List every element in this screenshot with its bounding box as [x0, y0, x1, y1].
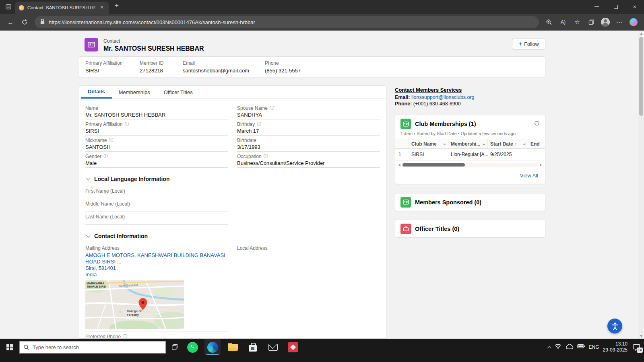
settings-ellipsis-icon[interactable]: …: [613, 16, 626, 28]
section-local-language[interactable]: Local Language Information: [85, 175, 380, 183]
back-icon[interactable]: ←: [4, 16, 17, 28]
clock-time: 13:10: [603, 341, 627, 347]
whatsapp-taskbar-icon[interactable]: [184, 339, 200, 355]
language-indicator[interactable]: ENG: [589, 344, 599, 350]
minimize-button[interactable]: [587, 0, 606, 14]
highlights-panel: Primary Affiliation SIRSI Member ID 2712…: [79, 56, 545, 77]
refresh-icon[interactable]: [18, 16, 31, 28]
tab-details[interactable]: Details: [81, 86, 112, 99]
file-explorer-taskbar-icon[interactable]: [225, 339, 241, 355]
address-bar[interactable]: https://lionsinternational.my.site.com/s…: [35, 16, 539, 28]
field-primary-affiliation: Primary Affiliationⓘ SIRSI: [85, 121, 228, 136]
view-all-link[interactable]: View All: [520, 173, 538, 179]
screen: Contact: SANTOSH SURESH HEBB... × + × ← …: [0, 0, 644, 362]
map-label: MARIKAMBA TEMPLE SIRSI: [87, 282, 116, 289]
column-start-date[interactable]: Start Date↑: [488, 139, 528, 148]
members-sponsored-title[interactable]: Members Sponsored (0): [415, 199, 540, 206]
read-aloud-icon[interactable]: A): [557, 16, 570, 28]
officer-titles-card[interactable]: Officer Titles (0): [395, 220, 545, 238]
info-icon[interactable]: ⓘ: [123, 334, 128, 339]
chevron-down-icon: [87, 234, 91, 238]
officer-titles-title[interactable]: Officer Titles (0): [415, 226, 540, 232]
column-membership[interactable]: Membershi...: [448, 139, 488, 148]
info-icon[interactable]: ⓘ: [109, 138, 114, 143]
wifi-icon[interactable]: [554, 343, 562, 351]
tab-officer-titles[interactable]: Officer Titles: [157, 86, 200, 99]
plus-icon: +: [519, 40, 522, 47]
windows-taskbar: ENG 13:10 29-09-2025 14: [0, 339, 644, 362]
search-input[interactable]: [33, 344, 149, 350]
column-club-name[interactable]: Club Name: [409, 139, 448, 148]
lock-icon[interactable]: [40, 19, 45, 26]
info-icon[interactable]: ⓘ: [270, 106, 275, 111]
mailing-address-line[interactable]: AMOGH E MOTORS, KANESHWARI BUILDING BANA…: [85, 252, 228, 265]
map-pin-icon: [138, 298, 147, 310]
browser-tab[interactable]: Contact: SANTOSH SURESH HEBB... ×: [15, 2, 109, 14]
horizontal-scrollbar[interactable]: ◀ ▶: [397, 162, 543, 168]
scroll-right-icon[interactable]: ▶: [539, 163, 543, 167]
task-view-icon[interactable]: [167, 339, 183, 355]
copilot-icon[interactable]: [627, 16, 640, 28]
scroll-down-icon[interactable]: ▼: [640, 333, 643, 339]
red-app-taskbar-icon[interactable]: [285, 339, 301, 355]
follow-button[interactable]: + Follow: [512, 39, 545, 49]
members-sponsored-icon: [400, 197, 411, 208]
favorite-star-icon[interactable]: ☆: [571, 16, 584, 28]
primary-affiliation-link[interactable]: SIRSI: [85, 68, 122, 74]
cell-club-name[interactable]: SIRSI: [409, 152, 448, 157]
info-icon[interactable]: ⓘ: [124, 122, 129, 127]
members-sponsored-card[interactable]: Members Sponsored (0): [395, 193, 545, 211]
tab-actions-icon[interactable]: [3, 2, 14, 12]
email-link[interactable]: santoshshebbar@gmail.com: [183, 68, 249, 74]
store-taskbar-icon[interactable]: [245, 339, 261, 355]
info-icon[interactable]: ⓘ: [257, 122, 262, 127]
taskbar-clock[interactable]: 13:10 29-09-2025: [603, 341, 627, 353]
club-memberships-title[interactable]: Club Memberships (1): [415, 121, 530, 127]
field-spouse-name: Spouse Nameⓘ SANDHYA: [237, 105, 380, 119]
table-header: Club Name Membershi... Start Date↑ End: [395, 139, 545, 149]
close-button[interactable]: ×: [625, 0, 644, 14]
accessibility-widget-button[interactable]: [607, 319, 622, 333]
info-icon[interactable]: ⓘ: [103, 154, 108, 159]
start-button[interactable]: [0, 339, 19, 355]
highlight-member-id: Member ID 27128218: [140, 60, 163, 74]
field-birthday: Birthdayⓘ March 17: [237, 121, 380, 136]
new-tab-button[interactable]: +: [112, 1, 122, 11]
primary-affiliation-link[interactable]: SIRSI: [85, 128, 228, 136]
scrollbar-thumb[interactable]: [639, 37, 643, 116]
scrollbar-thumb[interactable]: [402, 163, 465, 167]
chevron-down-icon[interactable]: [443, 142, 446, 145]
onedrive-cloud-icon[interactable]: [566, 343, 574, 351]
maximize-button[interactable]: [606, 0, 625, 14]
mailing-address-country[interactable]: India: [85, 272, 228, 278]
club-memberships-icon: [400, 119, 411, 129]
chevron-down-icon[interactable]: [523, 142, 526, 145]
column-end-date[interactable]: End: [528, 139, 545, 148]
favorites-collections-icon[interactable]: [585, 16, 598, 28]
phone-link[interactable]: (855) 321-5557: [265, 68, 301, 74]
tab-memberships[interactable]: Memberships: [112, 86, 157, 99]
url-text[interactable]: https://lionsinternational.my.site.com/s…: [49, 19, 255, 25]
taskbar-search[interactable]: [19, 341, 166, 354]
chevron-down-icon[interactable]: [483, 142, 485, 145]
mail-taskbar-icon[interactable]: [265, 339, 281, 355]
tab-close-icon[interactable]: ×: [98, 4, 105, 11]
support-email-link[interactable]: lionssupport@lionsclubs.org: [411, 95, 475, 100]
hidden-icons-chevron[interactable]: [547, 346, 551, 350]
zoom-icon[interactable]: [543, 16, 555, 28]
scroll-up-icon[interactable]: ▲: [640, 31, 643, 36]
scroll-left-icon[interactable]: ◀: [397, 163, 402, 167]
page-scrollbar[interactable]: ▲ ▼: [638, 31, 644, 339]
section-contact-information[interactable]: Contact Information: [85, 232, 380, 241]
mailing-address-city[interactable]: Sirsi, 581401: [85, 265, 228, 272]
action-center-icon[interactable]: 14: [631, 342, 642, 352]
table-row[interactable]: 1 SIRSI Lion-Regular [A... 9/25/2025: [395, 149, 545, 160]
profile-avatar[interactable]: [599, 16, 612, 28]
field-birthdate: Birthdate 3/17/1993: [237, 137, 380, 152]
refresh-list-icon[interactable]: [534, 120, 540, 128]
info-icon[interactable]: ⓘ: [264, 154, 268, 159]
battery-icon[interactable]: [577, 343, 585, 351]
edge-taskbar-icon[interactable]: [204, 339, 221, 355]
browser-toolbar: ← https://lionsinternational.my.site.com…: [0, 14, 644, 31]
address-map-thumbnail[interactable]: MARIKAMBA TEMPLE SIRSI Kere Gundi Rd Col…: [85, 280, 184, 329]
